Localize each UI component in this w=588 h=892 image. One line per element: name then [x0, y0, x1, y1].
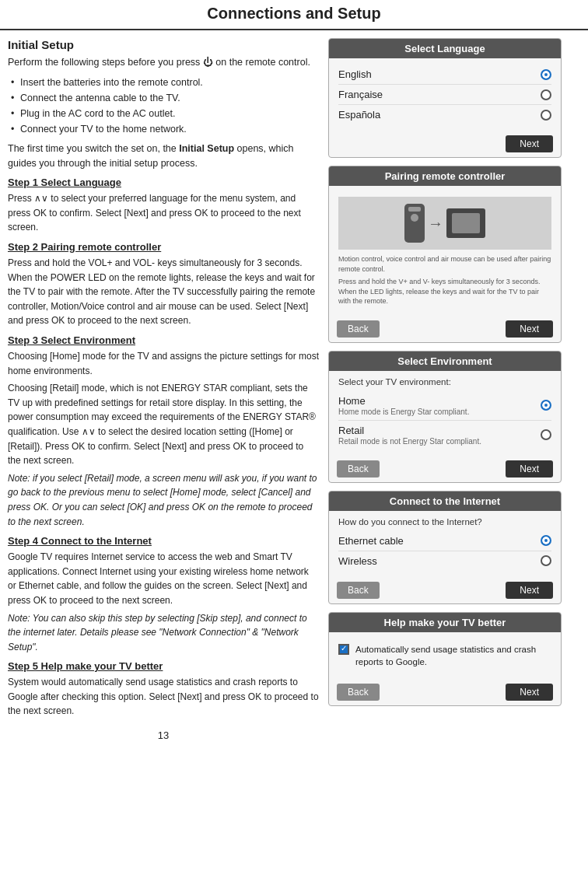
- help-tv-back-button[interactable]: Back: [337, 684, 380, 701]
- pairing-header: Pairing remote controller: [329, 166, 561, 186]
- page-title: Connections and Setup: [0, 0, 588, 30]
- connect-internet-back-button[interactable]: Back: [337, 582, 380, 599]
- internet-ethernet-label: Ethernet cable: [338, 535, 404, 547]
- select-language-footer: Next: [329, 131, 561, 157]
- step5-body: System would automatically send usage st…: [8, 675, 319, 719]
- pairing-next-button[interactable]: Next: [506, 320, 553, 338]
- bullet-list: Insert the batteries into the remote con…: [20, 75, 319, 137]
- environment-option-home[interactable]: Home Home mode is Energy Star compliant.: [338, 391, 551, 421]
- radio-espanola[interactable]: [541, 110, 551, 121]
- intro2-text: The first time you switch the set on, th…: [8, 142, 319, 171]
- page-number: 13: [8, 729, 319, 741]
- step1-heading: Step 1 Select Language: [8, 177, 319, 188]
- select-language-header: Select Language: [329, 39, 561, 58]
- step4-note: Note: You can also skip this step by sel…: [8, 611, 319, 655]
- environment-retail-label: Retail: [338, 425, 481, 436]
- help-tv-header: Help make your TV better: [329, 613, 561, 632]
- environment-option-retail[interactable]: Retail Retail mode is not Energy Star co…: [338, 421, 551, 449]
- internet-wireless-label: Wireless: [338, 555, 377, 567]
- bullet-item: Plug in the AC cord to the AC outlet.: [20, 106, 319, 121]
- pairing-panel: Pairing remote controller → Motion c: [328, 166, 562, 343]
- environment-back-button[interactable]: Back: [337, 460, 380, 477]
- internet-option-wireless[interactable]: Wireless: [338, 551, 551, 571]
- bullet-item: Insert the batteries into the remote con…: [20, 75, 319, 90]
- help-tv-footer: Back Next: [329, 679, 561, 705]
- connect-internet-header: Connect to the Internet: [329, 491, 561, 511]
- radio-wireless[interactable]: [541, 555, 551, 566]
- help-tv-checkbox-row[interactable]: Automatically send usage statistics and …: [338, 643, 551, 668]
- radio-home[interactable]: [541, 400, 551, 411]
- radio-ethernet[interactable]: [541, 535, 551, 546]
- language-espanola-label: Española: [338, 109, 380, 121]
- select-environment-panel: Select Environment Select your TV enviro…: [328, 351, 562, 483]
- intro-text: Perform the following steps before you p…: [8, 55, 319, 70]
- connect-internet-question: How do you connect to the Internet?: [338, 517, 551, 526]
- left-column: Initial Setup Perform the following step…: [8, 38, 319, 741]
- environment-retail-sub: Retail mode is not Energy Star compliant…: [338, 437, 481, 446]
- pairing-small-text1: Motion control, voice control and air mo…: [338, 254, 551, 274]
- step3-body1: Choosing [Home] mode for the TV and assi…: [8, 349, 319, 378]
- connect-internet-footer: Back Next: [329, 577, 561, 603]
- environment-subtitle: Select your TV environment:: [338, 377, 551, 387]
- environment-home-labels: Home Home mode is Energy Star compliant.: [338, 395, 469, 416]
- select-language-body: English Française Española: [329, 58, 561, 131]
- bullet-item: Connect your TV to the home network.: [20, 121, 319, 137]
- step3-note: Note: if you select [Retail] mode, a scr…: [8, 471, 319, 529]
- help-tv-panel: Help make your TV better Automatically s…: [328, 612, 562, 706]
- connect-internet-body: How do you connect to the Internet? Ethe…: [329, 511, 561, 577]
- language-option-espanola[interactable]: Española: [338, 105, 551, 124]
- step5-heading: Step 5 Help make your TV better: [8, 660, 319, 672]
- step3-body2: Choosing [Retail] mode, which is not ENE…: [8, 381, 319, 468]
- environment-retail-labels: Retail Retail mode is not Energy Star co…: [338, 425, 481, 446]
- pairing-back-button[interactable]: Back: [337, 320, 380, 338]
- select-environment-body: Select your TV environment: Home Home mo…: [329, 371, 561, 456]
- help-tv-checkbox[interactable]: [338, 644, 349, 655]
- step4-body: Google TV requires Internet service to a…: [8, 550, 319, 607]
- pairing-small-text2: Press and hold the V+ and V- keys simult…: [338, 277, 551, 306]
- environment-footer: Back Next: [329, 456, 561, 482]
- radio-francaise[interactable]: [541, 89, 551, 100]
- help-tv-checkbox-label: Automatically send usage statistics and …: [355, 643, 551, 668]
- select-language-panel: Select Language English Française Españo…: [328, 38, 562, 158]
- step4-heading: Step 4 Connect to the Internet: [8, 535, 319, 547]
- connect-internet-next-button[interactable]: Next: [506, 582, 553, 599]
- step3-heading: Step 3 Select Environment: [8, 334, 319, 346]
- language-english-label: English: [338, 68, 372, 80]
- radio-retail[interactable]: [541, 429, 551, 440]
- step2-body: Press and hold the VOL+ and VOL- keys si…: [8, 256, 319, 328]
- radio-english[interactable]: [541, 69, 551, 80]
- step2-heading: Step 2 Pairing remote controller: [8, 241, 319, 253]
- bullet-item: Connect the antenna cable to the TV.: [20, 90, 319, 106]
- select-environment-header: Select Environment: [329, 352, 561, 371]
- environment-home-sub: Home mode is Energy Star compliant.: [338, 408, 469, 416]
- help-tv-body: Automatically send usage statistics and …: [329, 632, 561, 679]
- language-option-francaise[interactable]: Française: [338, 85, 551, 105]
- connect-internet-panel: Connect to the Internet How do you conne…: [328, 491, 562, 604]
- pairing-illustration: →: [338, 197, 551, 250]
- language-next-button[interactable]: Next: [506, 135, 553, 152]
- language-francaise-label: Française: [338, 89, 383, 100]
- internet-option-ethernet[interactable]: Ethernet cable: [338, 531, 551, 551]
- environment-next-button[interactable]: Next: [506, 460, 553, 477]
- help-tv-next-button[interactable]: Next: [506, 684, 553, 701]
- environment-home-label: Home: [338, 395, 469, 407]
- main-section-title: Initial Setup: [8, 38, 319, 51]
- language-option-english[interactable]: English: [338, 65, 551, 85]
- step1-body: Press ∧∨ to select your preferred langua…: [8, 191, 319, 235]
- pairing-footer: Back Next: [329, 316, 561, 342]
- right-column: Select Language English Française Españo…: [328, 38, 562, 741]
- pairing-body: → Motion control, voice control and air …: [329, 186, 561, 316]
